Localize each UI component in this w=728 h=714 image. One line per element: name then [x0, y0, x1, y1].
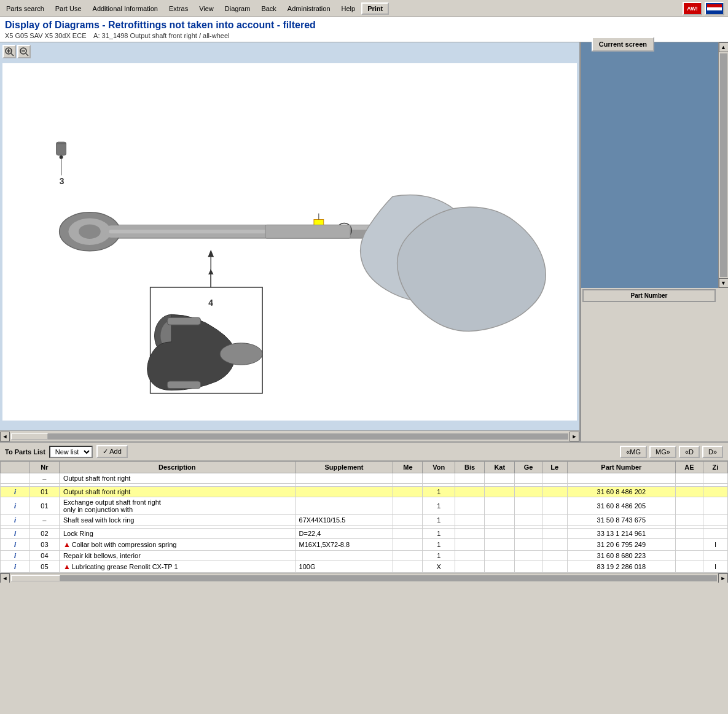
part-number-cell[interactable]: 31 60 8 680 223: [567, 551, 675, 561]
menu-help[interactable]: Help: [337, 3, 361, 14]
toolbar-icon-aw[interactable]: AW!: [683, 2, 702, 15]
mg-prev-button[interactable]: «MG: [620, 446, 647, 458]
bis-cell: [455, 561, 485, 573]
svg-rect-2: [707, 10, 722, 13]
table-row[interactable]: i02Lock RingD=22,4133 13 1 214 961: [1, 529, 728, 539]
me-cell: [393, 515, 423, 526]
desc-cell: ▲Lubricating grease Renolit CX-TP 1: [59, 561, 295, 573]
svg-point-13: [220, 343, 262, 365]
svg-rect-0: [707, 4, 722, 7]
info-icon[interactable]: i: [14, 488, 16, 495]
info-icon[interactable]: i: [14, 530, 16, 537]
info-icon[interactable]: i: [14, 563, 16, 570]
ge-cell: [515, 561, 542, 573]
new-list-select[interactable]: New list: [49, 446, 93, 458]
bis-cell: [455, 529, 485, 539]
info-icon[interactable]: i: [14, 516, 16, 524]
bottom-hscroll-track[interactable]: [11, 575, 717, 581]
zoom-in-icon: [4, 47, 14, 56]
part-number-cell[interactable]: 31 20 6 795 249: [567, 539, 675, 551]
menu-additional-info[interactable]: Additional Information: [88, 3, 163, 14]
table-row[interactable]: –Output shaft front right: [1, 473, 728, 484]
zoom-in-button[interactable]: [2, 45, 16, 58]
ae-cell: [675, 473, 703, 484]
menu-view[interactable]: View: [194, 3, 219, 14]
von-cell: 1: [423, 529, 455, 539]
info-cell: i: [1, 539, 30, 551]
bis-cell: [455, 497, 485, 515]
menu-print[interactable]: Print: [361, 2, 389, 15]
hscroll-track[interactable]: [11, 433, 568, 440]
ge-cell: [515, 497, 542, 515]
right-panel-diagram-area: ▲ ▼: [581, 42, 728, 288]
menu-extras[interactable]: Extras: [164, 3, 193, 14]
info-cell: i: [1, 561, 30, 573]
part-number-cell[interactable]: 31 60 8 486 205: [567, 497, 675, 515]
vscroll-up-button[interactable]: ▲: [719, 42, 729, 52]
part-number-cell[interactable]: 31 60 8 486 202: [567, 487, 675, 497]
menu-parts-search[interactable]: Parts search: [1, 3, 49, 14]
ae-cell: [675, 497, 703, 515]
zoom-out-icon: [19, 47, 29, 56]
kat-cell: [485, 529, 515, 539]
menu-diagram[interactable]: Diagram: [220, 3, 256, 14]
supplement-cell: [295, 497, 393, 515]
bottom-hscroll-right[interactable]: ►: [718, 573, 728, 583]
d-prev-button[interactable]: «D: [679, 446, 700, 458]
table-row[interactable]: i–Shaft seal with lock ring67X44X10/15.5…: [1, 515, 728, 526]
d-next-button[interactable]: D»: [702, 446, 723, 458]
parts-toolbar: To Parts List New list ✓ Add «MG MG» «D …: [0, 441, 728, 461]
me-cell: [393, 561, 423, 573]
mg-next-button[interactable]: MG»: [649, 446, 676, 458]
part-number-cell[interactable]: [567, 473, 675, 484]
part-number-cell[interactable]: 33 13 1 214 961: [567, 529, 675, 539]
me-cell: [393, 487, 423, 497]
parts-table: Nr Description Supplement Me Von Bis Kat…: [0, 461, 728, 573]
bottom-hscroll-left[interactable]: ◄: [0, 573, 10, 583]
von-cell: X: [423, 561, 455, 573]
table-row[interactable]: i03▲Collar bolt with compression springM…: [1, 539, 728, 551]
nr-cell: 01: [29, 497, 59, 515]
info-cell: i: [1, 487, 30, 497]
table-row[interactable]: i01Output shaft front right131 60 8 486 …: [1, 487, 728, 497]
desc-cell: ▲Collar bolt with compression spring: [59, 539, 295, 551]
col-header-zi: Zi: [703, 462, 727, 473]
svg-line-8: [26, 53, 28, 56]
desc-cell: Output shaft front right: [59, 473, 295, 484]
table-row[interactable]: i01Exchange output shaft front rightonly…: [1, 497, 728, 515]
part-number-col-header: Part Number: [584, 290, 715, 301]
navigation-buttons: «MG MG» «D D»: [620, 446, 723, 458]
bottom-hscroll-thumb[interactable]: [11, 575, 60, 581]
info-icon[interactable]: i: [14, 541, 16, 548]
toolbar-icon-flag[interactable]: [705, 2, 724, 15]
svg-rect-44: [265, 225, 350, 238]
vscroll-down-button[interactable]: ▼: [719, 278, 729, 288]
table-row[interactable]: i04Repair kit bellows, interior131 60 8 …: [1, 551, 728, 561]
zoom-out-button[interactable]: [17, 45, 31, 58]
part-number-cell[interactable]: 31 50 8 743 675: [567, 515, 675, 526]
menu-administration[interactable]: Administration: [283, 3, 335, 14]
info-icon[interactable]: i: [14, 552, 16, 559]
kat-cell: [485, 515, 515, 526]
desc-cell: Lock Ring: [59, 529, 295, 539]
menu-part-use[interactable]: Part Use: [50, 3, 87, 14]
hscroll-left-button[interactable]: ◄: [0, 432, 10, 441]
part-number-cell[interactable]: 83 19 2 286 018: [567, 561, 675, 573]
bis-cell: [455, 515, 485, 526]
current-screen-button[interactable]: Current screen: [592, 37, 654, 52]
info-cell: i: [1, 497, 30, 515]
right-panel-table: Part Number: [582, 289, 716, 302]
col-header-part: Part Number: [567, 462, 675, 473]
ge-cell: [515, 487, 542, 497]
zi-cell: [703, 551, 727, 561]
ge-cell: [515, 473, 542, 484]
hscroll-right-button[interactable]: ►: [569, 432, 579, 441]
desc-cell: Repair kit bellows, interior: [59, 551, 295, 561]
hscroll-thumb[interactable]: [11, 433, 48, 440]
info-icon[interactable]: i: [14, 502, 16, 510]
add-button[interactable]: ✓ Add: [96, 445, 128, 458]
svg-line-4: [11, 53, 14, 56]
menu-back[interactable]: Back: [256, 3, 281, 14]
diagram-hscroll: ◄ ►: [0, 430, 579, 441]
table-row[interactable]: i05▲Lubricating grease Renolit CX-TP 110…: [1, 561, 728, 573]
